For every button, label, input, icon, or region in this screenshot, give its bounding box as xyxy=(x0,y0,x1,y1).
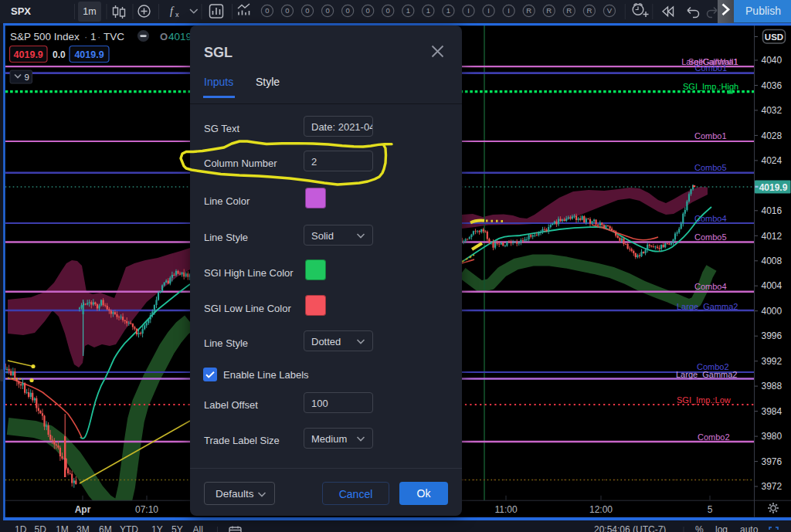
svg-text:1: 1 xyxy=(90,31,97,42)
svg-text:3972: 3972 xyxy=(762,481,783,492)
svg-text:R: R xyxy=(566,6,572,15)
svg-text:V: V xyxy=(607,6,613,15)
svg-text:4012: 4012 xyxy=(762,231,783,242)
svg-text:9: 9 xyxy=(25,73,29,82)
svg-text:·: · xyxy=(97,31,100,42)
svg-text:x: x xyxy=(175,11,179,19)
svg-text:I: I xyxy=(487,6,490,15)
svg-text:Apr: Apr xyxy=(75,504,91,515)
svg-text:0.0: 0.0 xyxy=(53,49,66,60)
svg-text:4024: 4024 xyxy=(762,155,783,166)
svg-text:20:54:06 (UTC-7): 20:54:06 (UTC-7) xyxy=(594,524,666,532)
svg-text:0: 0 xyxy=(285,6,289,15)
svg-text:5: 5 xyxy=(708,504,713,515)
svg-text:5Y: 5Y xyxy=(171,524,183,532)
svg-text:Combo1: Combo1 xyxy=(695,63,728,73)
svg-text:07:10: 07:10 xyxy=(135,504,158,515)
svg-text:4000: 4000 xyxy=(762,306,783,317)
svg-text:4036: 4036 xyxy=(762,80,783,91)
svg-text:4016: 4016 xyxy=(762,205,783,216)
svg-text:4004: 4004 xyxy=(762,280,783,291)
svg-text:1m: 1m xyxy=(83,6,96,17)
svg-text:Combo1: Combo1 xyxy=(694,131,727,141)
svg-text:Combo2: Combo2 xyxy=(698,432,730,442)
svg-text:SPX: SPX xyxy=(11,5,31,17)
svg-text:auto: auto xyxy=(740,524,759,532)
svg-text:I: I xyxy=(508,6,510,15)
svg-text:Combo4: Combo4 xyxy=(694,214,727,223)
svg-text:Large_Gamma2: Large_Gamma2 xyxy=(676,370,738,379)
svg-text:S&P 500 Index: S&P 500 Index xyxy=(10,31,80,42)
svg-text:3984: 3984 xyxy=(762,406,783,417)
svg-text:1M: 1M xyxy=(56,524,69,532)
svg-text:Combo5: Combo5 xyxy=(694,232,727,242)
svg-text:1D: 1D xyxy=(15,524,27,532)
svg-text:YTD: YTD xyxy=(120,524,138,532)
svg-text:3988: 3988 xyxy=(762,381,783,391)
svg-text:4019.9: 4019.9 xyxy=(14,49,43,60)
svg-text:0: 0 xyxy=(325,6,329,15)
svg-text:%: % xyxy=(695,524,704,532)
svg-text:4019.9: 4019.9 xyxy=(759,182,788,193)
svg-text:All: All xyxy=(193,524,203,532)
svg-text:0: 0 xyxy=(305,6,309,15)
svg-text:0: 0 xyxy=(265,6,269,15)
svg-text:Publish: Publish xyxy=(745,5,781,17)
svg-text:R: R xyxy=(546,6,552,15)
svg-text:Large_Gamma2: Large_Gamma2 xyxy=(677,302,738,311)
svg-text:5D: 5D xyxy=(35,524,47,532)
svg-text:6M: 6M xyxy=(99,524,112,532)
svg-text:I: I xyxy=(467,6,470,15)
svg-text:Combo4: Combo4 xyxy=(694,282,727,291)
svg-text:O: O xyxy=(160,31,168,42)
svg-text:TVC: TVC xyxy=(104,31,124,42)
svg-text:3M: 3M xyxy=(76,524,90,532)
svg-text:11:00: 11:00 xyxy=(494,504,517,515)
svg-text:4019.9: 4019.9 xyxy=(74,49,104,60)
svg-text:3980: 3980 xyxy=(762,431,783,442)
svg-text:0: 0 xyxy=(345,6,349,15)
svg-text:0: 0 xyxy=(366,6,370,15)
svg-text:4028: 4028 xyxy=(762,130,783,141)
svg-text:3992: 3992 xyxy=(762,356,783,367)
svg-text:4032: 4032 xyxy=(762,105,783,116)
svg-text:R: R xyxy=(586,6,592,15)
svg-text:USD: USD xyxy=(765,32,783,42)
svg-text:4040: 4040 xyxy=(762,55,783,66)
svg-text:0: 0 xyxy=(386,6,390,15)
svg-text:1: 1 xyxy=(446,6,450,15)
svg-text:12:00: 12:00 xyxy=(589,504,613,515)
svg-text:log: log xyxy=(715,524,728,532)
svg-text:·: · xyxy=(84,31,87,42)
svg-text:R: R xyxy=(526,6,531,15)
svg-text:Combo5: Combo5 xyxy=(694,163,727,172)
svg-text:4008: 4008 xyxy=(762,256,783,266)
svg-text:3996: 3996 xyxy=(762,330,783,341)
svg-text:SGI_Imp.:Low: SGI_Imp.:Low xyxy=(677,395,731,405)
svg-text:1: 1 xyxy=(406,6,410,15)
svg-text:1Y: 1Y xyxy=(151,524,163,532)
svg-text:3976: 3976 xyxy=(762,456,783,467)
svg-text:1: 1 xyxy=(426,6,430,15)
